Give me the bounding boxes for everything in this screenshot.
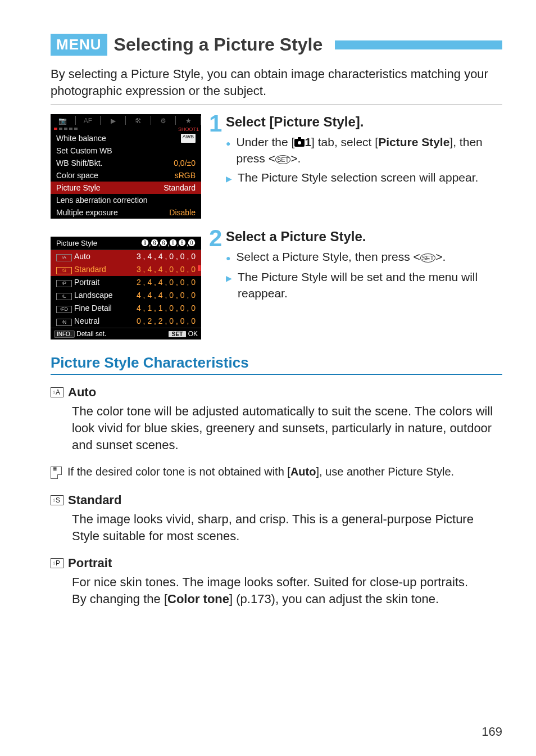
tab-custom-icon: ⚙ — [151, 116, 176, 125]
menu-row-picture-style: Picture Style Standard — [51, 182, 201, 194]
set-pill: SET — [169, 331, 186, 337]
camera-menu-screenshot-2: Picture Style 🅖,🅖,🅖,🅞,🅢,🅞 ⦂AAuto 3 , 4 ,… — [51, 237, 201, 339]
set-button-icon: SET — [420, 253, 435, 262]
tab-wrench-icon: 🛠 — [126, 116, 151, 125]
step-number-1: 1 — [209, 114, 222, 133]
step-number-2: 2 — [209, 229, 222, 248]
section-title: Picture Style Characteristics — [51, 354, 502, 372]
camera-icon — [294, 139, 305, 147]
menu-row-lens-aberration: Lens aberration correction — [51, 194, 201, 206]
menu-row-multiple-exposure: Multiple exposure Disable — [51, 206, 201, 219]
style-name-auto: Auto — [68, 385, 96, 400]
note-icon: ≣ — [51, 467, 62, 479]
style-badge-portrait: ⦂P — [51, 558, 63, 568]
style-badge-standard: ⦂S — [51, 495, 63, 505]
step2-item2: The Picture Style will be set and the me… — [226, 269, 502, 301]
page-title: Selecting a Picture Style — [114, 34, 323, 55]
tab-star-icon: ★ — [176, 116, 201, 125]
style-body-portrait: For nice skin tones. The image looks sof… — [72, 574, 502, 607]
step1-item2: The Picture Style selection screen will … — [226, 170, 502, 187]
shoot-tab-label: SHOOT1 — [178, 126, 199, 132]
ps-row-standard: ⦂SStandard 3 , 4 , 4 , 0 , 0 , 0 — [51, 263, 201, 276]
title-accent-bar — [329, 40, 502, 49]
info-pill: INFO. — [54, 331, 75, 338]
ps-row-auto: ⦂AAuto 3 , 4 , 4 , 0 , 0 , 0 — [51, 250, 201, 263]
ps-header-left: Picture Style — [56, 239, 97, 247]
style-name-standard: Standard — [68, 493, 121, 508]
step-title-1: Select [Picture Style]. — [226, 114, 502, 130]
style-body-auto: The color tone will be adjusted automati… — [72, 403, 502, 453]
tab-af: AF — [76, 116, 101, 125]
intro-text: By selecting a Picture Style, you can ob… — [51, 66, 502, 99]
style-name-portrait: Portrait — [68, 556, 112, 571]
ps-row-portrait: ⦂PPortrait 2 , 4 , 4 , 0 , 0 , 0 — [51, 276, 201, 289]
divider — [51, 105, 502, 105]
ps-row-fine-detail: ⦂FDFine Detail 4 , 1 , 1 , 0 , 0 , 0 — [51, 302, 201, 315]
step-title-2: Select a Picture Style. — [226, 229, 502, 245]
menu-row-custom-wb: Set Custom WB — [51, 144, 201, 157]
set-button-icon: SET — [275, 155, 290, 164]
menu-row-color-space: Color space sRGB — [51, 169, 201, 182]
camera-menu-screenshot-1: 📷 AF ▶ 🛠 ⚙ ★ SHOOT1 White balance AWB Se… — [51, 114, 201, 219]
menu-row-white-balance: White balance AWB — [51, 132, 201, 144]
style-body-standard: The image looks vivid, sharp, and crisp.… — [72, 511, 502, 544]
menu-row-wb-shift: WB Shift/Bkt. 0,0/±0 — [51, 157, 201, 169]
tab-play-icon: ▶ — [101, 116, 126, 125]
step2-item1: Select a Picture Style, then press <SET>… — [226, 249, 502, 266]
page-number: 169 — [482, 725, 502, 739]
section-underline — [51, 374, 502, 375]
step1-item1: Under the [1] tab, select [Picture Style… — [226, 134, 502, 166]
page-title-row: MENU Selecting a Picture Style — [51, 34, 502, 56]
ps-row-landscape: ⦂LLandscape 4 , 4 , 4 , 0 , 0 , 0 — [51, 289, 201, 302]
tab-shoot-icon: 📷 — [51, 116, 76, 125]
note-row: ≣ If the desired color tone is not obtai… — [51, 464, 502, 479]
menu-badge: MENU — [51, 34, 107, 56]
ps-header-icons: 🅖,🅖,🅖,🅞,🅢,🅞 — [142, 239, 196, 247]
ps-row-neutral: ⦂NNeutral 0 , 2 , 2 , 0 , 0 , 0 — [51, 315, 201, 328]
style-badge-auto: ⦂A — [51, 387, 63, 397]
